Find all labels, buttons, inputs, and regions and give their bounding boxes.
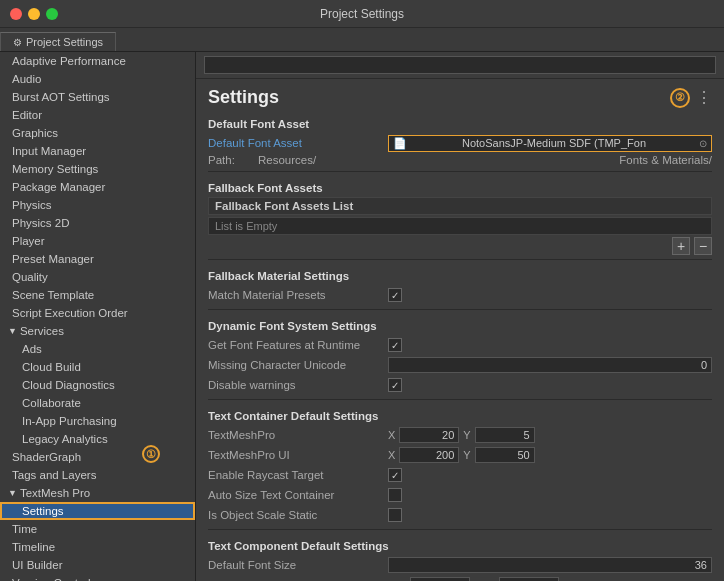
maximize-button[interactable]	[46, 8, 58, 20]
sidebar-item-in-app-purchasing[interactable]: In-App Purchasing	[0, 412, 195, 430]
sidebar-item-services[interactable]: ▼ Services	[0, 322, 195, 340]
section-fallback-material: Fallback Material Settings	[208, 264, 712, 285]
close-button[interactable]	[10, 8, 22, 20]
x-label-1: X	[388, 429, 395, 441]
y-label-1: Y	[463, 429, 470, 441]
sidebar-item-ads[interactable]: Ads	[0, 340, 195, 358]
default-font-size-label: Default Font Size	[208, 559, 388, 571]
object-scale-checkbox[interactable]	[388, 508, 402, 522]
textmeshpro-label: TextMeshPro	[208, 429, 388, 441]
sidebar-item-audio[interactable]: Audio	[0, 70, 195, 88]
object-scale-label: Is Object Scale Static	[208, 509, 388, 521]
get-font-features-checkbox[interactable]	[388, 338, 402, 352]
sidebar-item-preset-manager[interactable]: Preset Manager	[0, 250, 195, 268]
sidebar-item-shader-graph[interactable]: ShaderGraph	[0, 448, 195, 466]
sidebar-item-version-control[interactable]: Version Control	[0, 574, 195, 581]
row-disable-warnings: Disable warnings	[208, 375, 712, 395]
sidebar-item-adaptive-performance[interactable]: Adaptive Performance	[0, 52, 195, 70]
default-font-size-value[interactable]	[388, 557, 712, 573]
path-right: Fonts & Materials/	[619, 154, 712, 166]
window-title: Project Settings	[320, 7, 404, 21]
more-icon[interactable]: ⋮	[696, 88, 712, 107]
sidebar-item-cloud-diagnostics[interactable]: Cloud Diagnostics	[0, 376, 195, 394]
textmeshpro-ui-x[interactable]	[399, 447, 459, 463]
default-font-asset-label[interactable]: Default Font Asset	[208, 137, 388, 149]
section-default-font-asset: Default Font Asset	[208, 112, 712, 133]
row-missing-char: Missing Character Unicode 0	[208, 355, 712, 375]
fallback-list-empty: List is Empty	[208, 217, 712, 235]
sidebar-item-package-manager[interactable]: Package Manager	[0, 178, 195, 196]
gear-icon: ⚙	[13, 37, 22, 48]
sidebar-item-legacy-analytics[interactable]: Legacy Analytics	[0, 430, 195, 448]
row-default-font-size: Default Font Size	[208, 555, 712, 575]
search-bar	[196, 52, 724, 79]
enable-raycast-checkbox[interactable]	[388, 468, 402, 482]
match-presets-checkbox[interactable]	[388, 288, 402, 302]
auto-size-ratios-xy: Min Max	[388, 577, 559, 581]
auto-size-checkbox[interactable]	[388, 488, 402, 502]
disable-warnings-checkbox[interactable]	[388, 378, 402, 392]
font-asset-value: NotoSansJP-Medium SDF (TMP_Fon	[462, 137, 646, 149]
titlebar-buttons	[10, 8, 58, 20]
match-presets-label: Match Material Presets	[208, 289, 388, 301]
search-input[interactable]	[204, 56, 716, 74]
textmeshpro-y[interactable]	[475, 427, 535, 443]
sidebar-item-script-execution-order[interactable]: Script Execution Order	[0, 304, 195, 322]
sidebar: Adaptive Performance Audio Burst AOT Set…	[0, 52, 196, 581]
remove-button[interactable]: −	[694, 237, 712, 255]
textmeshpro-xy: X Y	[388, 427, 535, 443]
row-textmeshpro: TextMeshPro X Y	[208, 425, 712, 445]
textmeshpro-ui-y[interactable]	[475, 447, 535, 463]
target-icon[interactable]: ⊙	[699, 138, 707, 149]
sidebar-item-input-manager[interactable]: Input Manager	[0, 142, 195, 160]
titlebar: Project Settings	[0, 0, 724, 28]
font-asset-field[interactable]: 📄 NotoSansJP-Medium SDF (TMP_Fon ⊙	[388, 135, 712, 152]
tab-project-settings[interactable]: ⚙ Project Settings	[0, 32, 116, 51]
max-value[interactable]	[499, 577, 559, 581]
textmesh-pro-label: TextMesh Pro	[20, 487, 90, 499]
main-layout: Adaptive Performance Audio Burst AOT Set…	[0, 52, 724, 581]
sidebar-item-scene-template[interactable]: Scene Template	[0, 286, 195, 304]
missing-char-label: Missing Character Unicode	[208, 359, 388, 371]
section-dynamic-font: Dynamic Font System Settings	[208, 314, 712, 335]
textmeshpro-x[interactable]	[399, 427, 459, 443]
services-label: Services	[20, 325, 64, 337]
sidebar-item-memory-settings[interactable]: Memory Settings	[0, 160, 195, 178]
sidebar-item-quality[interactable]: Quality	[0, 268, 195, 286]
row-auto-size: Auto Size Text Container	[208, 485, 712, 505]
sidebar-item-cloud-build[interactable]: Cloud Build	[0, 358, 195, 376]
sidebar-item-tags-and-layers[interactable]: Tags and Layers	[0, 466, 195, 484]
sidebar-item-player[interactable]: Player	[0, 232, 195, 250]
sidebar-item-physics[interactable]: Physics	[0, 196, 195, 214]
fallback-list-header: Fallback Font Assets List	[208, 197, 712, 215]
textmeshpro-ui-xy: X Y	[388, 447, 535, 463]
sidebar-item-physics-2d[interactable]: Physics 2D	[0, 214, 195, 232]
sidebar-item-settings[interactable]: Settings	[0, 502, 195, 520]
content-area: Settings ② ⋮ Default Font Asset Default …	[196, 52, 724, 581]
sidebar-item-graphics[interactable]: Graphics	[0, 124, 195, 142]
sidebar-item-collaborate[interactable]: Collaborate	[0, 394, 195, 412]
row-default-font-asset-link: Default Font Asset 📄 NotoSansJP-Medium S…	[208, 133, 712, 153]
plus-minus-row: + −	[208, 237, 712, 255]
triangle-icon: ▼	[8, 326, 17, 336]
textmeshpro-ui-label: TextMeshPro UI	[208, 449, 388, 461]
add-button[interactable]: +	[672, 237, 690, 255]
missing-char-value[interactable]: 0	[388, 357, 712, 373]
sidebar-item-time[interactable]: Time	[0, 520, 195, 538]
row-get-font-features: Get Font Features at Runtime	[208, 335, 712, 355]
sidebar-item-burst-aot[interactable]: Burst AOT Settings	[0, 88, 195, 106]
sidebar-item-ui-builder[interactable]: UI Builder	[0, 556, 195, 574]
path-left: Resources/	[258, 154, 316, 166]
sidebar-item-editor[interactable]: Editor	[0, 106, 195, 124]
min-value[interactable]	[410, 577, 470, 581]
circle-badge-2: ②	[670, 88, 690, 108]
sidebar-item-textmesh-pro[interactable]: ▼ TextMesh Pro	[0, 484, 195, 502]
sidebar-item-timeline[interactable]: Timeline	[0, 538, 195, 556]
triangle-icon-2: ▼	[8, 488, 17, 498]
row-auto-size-ratios: Text Auto Size Ratios Min Max	[208, 575, 712, 581]
path-label: Path:	[208, 154, 258, 166]
row-path: Path: Resources/ Fonts & Materials/	[208, 153, 712, 167]
minimize-button[interactable]	[28, 8, 40, 20]
enable-raycast-label: Enable Raycast Target	[208, 469, 388, 481]
tabbar: ⚙ Project Settings	[0, 28, 724, 52]
